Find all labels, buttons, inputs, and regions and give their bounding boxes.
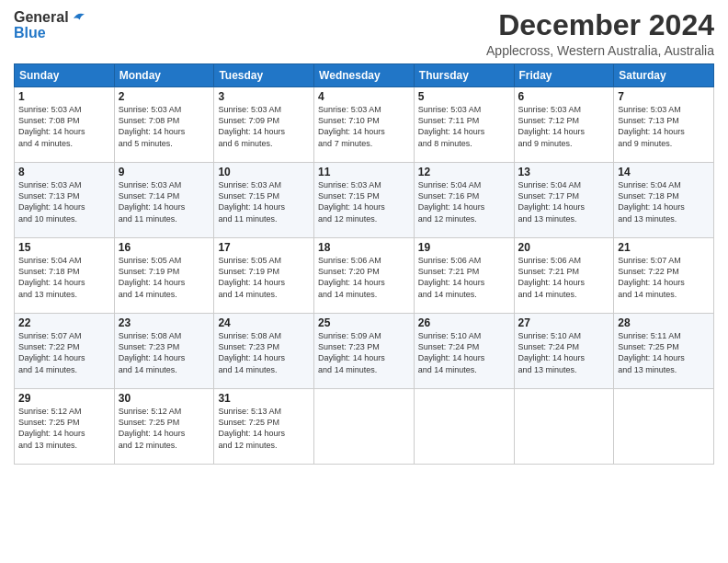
day-number: 26: [418, 316, 510, 329]
day-info: Sunrise: 5:05 AMSunset: 7:19 PMDaylight:…: [218, 255, 310, 300]
table-row: 5Sunrise: 5:03 AMSunset: 7:11 PMDaylight…: [414, 87, 514, 163]
table-row: 12Sunrise: 5:04 AMSunset: 7:16 PMDayligh…: [414, 163, 514, 238]
day-number: 28: [618, 316, 710, 329]
table-row: [314, 389, 415, 465]
day-info: Sunrise: 5:05 AMSunset: 7:19 PMDaylight:…: [119, 255, 210, 300]
day-info: Sunrise: 5:03 AMSunset: 7:12 PMDaylight:…: [518, 104, 610, 149]
day-number: 22: [18, 316, 110, 329]
table-row: 3Sunrise: 5:03 AMSunset: 7:09 PMDaylight…: [214, 87, 314, 163]
logo: General Blue: [14, 9, 87, 41]
day-info: Sunrise: 5:11 AMSunset: 7:25 PMDaylight:…: [618, 330, 710, 375]
table-row: 4Sunrise: 5:03 AMSunset: 7:10 PMDaylight…: [314, 87, 415, 163]
col-saturday: Saturday: [614, 64, 714, 87]
day-number: 21: [618, 241, 710, 254]
table-row: 10Sunrise: 5:03 AMSunset: 7:15 PMDayligh…: [214, 163, 314, 238]
calendar-week-row: 8Sunrise: 5:03 AMSunset: 7:13 PMDaylight…: [15, 163, 714, 238]
day-number: 5: [418, 90, 510, 103]
day-number: 29: [18, 392, 110, 405]
table-row: 9Sunrise: 5:03 AMSunset: 7:14 PMDaylight…: [114, 163, 214, 238]
day-number: 7: [618, 90, 710, 103]
day-info: Sunrise: 5:12 AMSunset: 7:25 PMDaylight:…: [119, 406, 210, 451]
col-friday: Friday: [514, 64, 614, 87]
table-row: 24Sunrise: 5:08 AMSunset: 7:23 PMDayligh…: [214, 314, 314, 389]
header: General Blue December 2024 Applecross, W…: [14, 9, 714, 58]
table-row: [414, 389, 514, 465]
day-info: Sunrise: 5:03 AMSunset: 7:10 PMDaylight:…: [318, 104, 410, 149]
day-info: Sunrise: 5:07 AMSunset: 7:22 PMDaylight:…: [18, 330, 110, 375]
table-row: 20Sunrise: 5:06 AMSunset: 7:21 PMDayligh…: [514, 238, 614, 314]
day-info: Sunrise: 5:12 AMSunset: 7:25 PMDaylight:…: [18, 406, 110, 451]
table-row: 8Sunrise: 5:03 AMSunset: 7:13 PMDaylight…: [15, 163, 115, 238]
month-title: December 2024: [87, 9, 714, 41]
day-number: 14: [618, 166, 710, 178]
calendar-page: General Blue December 2024 Applecross, W…: [0, 0, 728, 563]
calendar-week-row: 1Sunrise: 5:03 AMSunset: 7:08 PMDaylight…: [15, 87, 714, 163]
calendar-week-row: 22Sunrise: 5:07 AMSunset: 7:22 PMDayligh…: [15, 314, 714, 389]
table-row: 7Sunrise: 5:03 AMSunset: 7:13 PMDaylight…: [614, 87, 714, 163]
table-row: [514, 389, 614, 465]
day-number: 27: [518, 316, 610, 329]
day-info: Sunrise: 5:03 AMSunset: 7:13 PMDaylight:…: [18, 179, 110, 224]
day-number: 19: [418, 241, 510, 254]
day-number: 12: [418, 166, 510, 178]
table-row: [614, 389, 714, 465]
day-info: Sunrise: 5:10 AMSunset: 7:24 PMDaylight:…: [418, 330, 510, 375]
day-info: Sunrise: 5:03 AMSunset: 7:08 PMDaylight:…: [18, 104, 110, 149]
day-info: Sunrise: 5:09 AMSunset: 7:23 PMDaylight:…: [318, 330, 410, 375]
table-row: 19Sunrise: 5:06 AMSunset: 7:21 PMDayligh…: [414, 238, 514, 314]
subtitle: Applecross, Western Australia, Australia: [87, 43, 714, 58]
day-number: 13: [518, 166, 610, 178]
day-info: Sunrise: 5:06 AMSunset: 7:20 PMDaylight:…: [318, 255, 410, 300]
day-info: Sunrise: 5:13 AMSunset: 7:25 PMDaylight:…: [218, 406, 310, 451]
day-info: Sunrise: 5:03 AMSunset: 7:15 PMDaylight:…: [218, 179, 310, 224]
day-number: 23: [119, 316, 210, 329]
day-number: 15: [18, 241, 110, 254]
col-thursday: Thursday: [414, 64, 514, 87]
day-info: Sunrise: 5:03 AMSunset: 7:13 PMDaylight:…: [618, 104, 710, 149]
table-row: 11Sunrise: 5:03 AMSunset: 7:15 PMDayligh…: [314, 163, 415, 238]
table-row: 1Sunrise: 5:03 AMSunset: 7:08 PMDaylight…: [15, 87, 115, 163]
calendar-body: 1Sunrise: 5:03 AMSunset: 7:08 PMDaylight…: [15, 87, 714, 465]
day-info: Sunrise: 5:08 AMSunset: 7:23 PMDaylight:…: [119, 330, 210, 375]
day-info: Sunrise: 5:03 AMSunset: 7:08 PMDaylight:…: [119, 104, 210, 149]
table-row: 30Sunrise: 5:12 AMSunset: 7:25 PMDayligh…: [114, 389, 214, 465]
day-number: 24: [218, 316, 310, 329]
logo-line2: Blue: [14, 25, 87, 41]
col-tuesday: Tuesday: [214, 64, 314, 87]
table-row: 26Sunrise: 5:10 AMSunset: 7:24 PMDayligh…: [414, 314, 514, 389]
day-number: 10: [218, 166, 310, 178]
day-number: 4: [318, 90, 410, 103]
table-row: 25Sunrise: 5:09 AMSunset: 7:23 PMDayligh…: [314, 314, 415, 389]
day-number: 20: [518, 241, 610, 254]
day-info: Sunrise: 5:04 AMSunset: 7:18 PMDaylight:…: [18, 255, 110, 300]
day-number: 11: [318, 166, 410, 178]
col-sunday: Sunday: [15, 64, 115, 87]
day-number: 3: [218, 90, 310, 103]
table-row: 22Sunrise: 5:07 AMSunset: 7:22 PMDayligh…: [15, 314, 115, 389]
col-wednesday: Wednesday: [314, 64, 415, 87]
table-row: 6Sunrise: 5:03 AMSunset: 7:12 PMDaylight…: [514, 87, 614, 163]
calendar-week-row: 29Sunrise: 5:12 AMSunset: 7:25 PMDayligh…: [15, 389, 714, 465]
day-number: 17: [218, 241, 310, 254]
table-row: 29Sunrise: 5:12 AMSunset: 7:25 PMDayligh…: [15, 389, 115, 465]
table-row: 21Sunrise: 5:07 AMSunset: 7:22 PMDayligh…: [614, 238, 714, 314]
day-info: Sunrise: 5:10 AMSunset: 7:24 PMDaylight:…: [518, 330, 610, 375]
day-info: Sunrise: 5:03 AMSunset: 7:09 PMDaylight:…: [218, 104, 310, 149]
table-row: 27Sunrise: 5:10 AMSunset: 7:24 PMDayligh…: [514, 314, 614, 389]
day-number: 18: [318, 241, 410, 254]
day-number: 25: [318, 316, 410, 329]
day-number: 31: [218, 392, 310, 405]
table-row: 18Sunrise: 5:06 AMSunset: 7:20 PMDayligh…: [314, 238, 415, 314]
col-monday: Monday: [114, 64, 214, 87]
table-row: 14Sunrise: 5:04 AMSunset: 7:18 PMDayligh…: [614, 163, 714, 238]
table-row: 23Sunrise: 5:08 AMSunset: 7:23 PMDayligh…: [114, 314, 214, 389]
day-info: Sunrise: 5:04 AMSunset: 7:18 PMDaylight:…: [618, 179, 710, 224]
table-row: 16Sunrise: 5:05 AMSunset: 7:19 PMDayligh…: [114, 238, 214, 314]
table-row: 28Sunrise: 5:11 AMSunset: 7:25 PMDayligh…: [614, 314, 714, 389]
calendar-header-row: Sunday Monday Tuesday Wednesday Thursday…: [15, 64, 714, 87]
table-row: 17Sunrise: 5:05 AMSunset: 7:19 PMDayligh…: [214, 238, 314, 314]
day-info: Sunrise: 5:04 AMSunset: 7:17 PMDaylight:…: [518, 179, 610, 224]
day-info: Sunrise: 5:03 AMSunset: 7:11 PMDaylight:…: [418, 104, 510, 149]
day-info: Sunrise: 5:04 AMSunset: 7:16 PMDaylight:…: [418, 179, 510, 224]
title-block: December 2024 Applecross, Western Austra…: [87, 9, 714, 58]
